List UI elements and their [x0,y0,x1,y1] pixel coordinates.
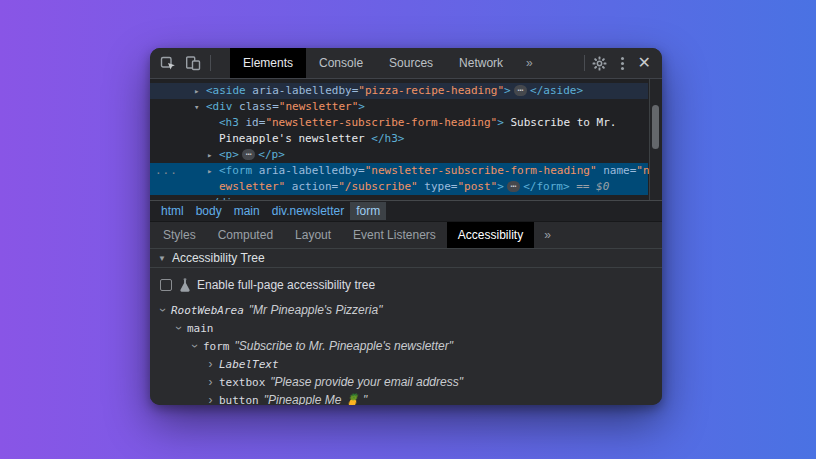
accessibility-tree-title: Accessibility Tree [172,251,265,265]
tab-network[interactable]: Network [446,48,516,78]
code-token-tag: </h3> [371,132,404,145]
node-toggle-arrow-icon[interactable]: ▸ [207,163,219,179]
code-token-value: "newsletter-subscribe-form-heading" [265,116,497,129]
breadcrumb-item-div-newsletter[interactable]: div.newsletter [266,202,350,220]
tab-sources[interactable]: Sources [376,48,446,78]
code-token-value: ewsletter" [219,180,285,193]
toolbar-divider [210,55,211,71]
code-token-attr: name= [597,164,637,177]
dom-node-line[interactable]: ▸<p>⋯</p> [150,147,648,163]
tab-console[interactable]: Console [306,48,376,78]
kebab-menu-icon[interactable] [615,57,631,70]
code-token-attr: aria-labelledby= [252,164,365,177]
ax-node-button[interactable]: ›button"Pineapple Me 🍍 " [150,391,662,405]
close-icon[interactable]: ✕ [638,55,651,71]
dom-node-line[interactable]: ▾<div class="newsletter"> [150,99,648,115]
dom-node-line[interactable]: ▸<aside aria-labelledby="pizza-recipe-he… [150,83,648,99]
ax-node-rootwebarea[interactable]: ›RootWebArea"Mr Pineapple's Pizzeria" [150,301,662,319]
dom-node-line[interactable]: ...▸<form aria-labelledby="newsletter-su… [150,163,648,179]
code-token-text: Pineapple's newsletter [219,132,371,145]
ax-node-role: RootWebArea [171,304,244,317]
enable-full-page-a11y-checkbox[interactable] [160,279,172,291]
tab-elements[interactable]: Elements [230,48,306,78]
ax-node-name: "Subscribe to Mr. Pineapple's newsletter… [235,339,453,353]
devtools-toolbar: ElementsConsoleSourcesNetwork » [150,48,662,79]
more-tabs-button[interactable]: » [516,48,543,78]
node-gutter-ellipsis: ... [155,163,178,179]
ax-toggle-chevron-icon[interactable]: › [156,304,170,317]
code-token-tag: <form [219,164,252,177]
node-toggle-arrow-icon[interactable]: ▸ [194,83,206,99]
dom-node-line[interactable]: Pineapple's newsletter </h3> [150,131,648,147]
sidebar-tab-strip: StylesComputedLayoutEvent ListenersAcces… [150,221,662,248]
ax-toggle-chevron-icon[interactable]: › [188,340,202,353]
ax-toggle-chevron-icon[interactable]: › [204,375,217,389]
devtools-window: ElementsConsoleSourcesNetwork » [150,48,662,405]
code-token-value: "newsletter" [279,100,358,113]
code-token-tag: <p> [219,148,239,161]
accessibility-pane-body: Enable full-page accessibility tree ›Roo… [150,268,662,405]
code-token-attr: id= [239,116,266,129]
code-token-value: "n [636,164,649,177]
tab-accessibility[interactable]: Accessibility [447,222,534,248]
experiment-flask-icon [178,278,191,292]
tab-computed[interactable]: Computed [207,222,284,248]
tab-styles[interactable]: Styles [152,222,207,248]
code-token-value: "post" [457,180,497,193]
code-token-tag: > [358,100,365,113]
dom-node-line[interactable]: </div> [150,195,648,200]
code-token-attr: aria-labelledby= [246,84,359,97]
breadcrumb: htmlbodymaindiv.newsletterform [150,200,662,221]
ax-toggle-chevron-icon[interactable]: › [172,322,186,335]
node-toggle-arrow-icon[interactable]: ▾ [194,99,206,115]
tab-event-listeners[interactable]: Event Listeners [342,222,447,248]
code-token-value: "/subscribe" [338,180,417,193]
breadcrumb-item-main[interactable]: main [228,202,266,220]
dom-node-line[interactable]: ewsletter" action="/subscribe" type="pos… [150,179,648,195]
expand-ellipsis-button[interactable]: ⋯ [242,149,255,160]
code-token-tag: <aside [206,84,246,97]
toolbar-left-icons [150,48,220,78]
inspect-icon[interactable] [160,55,176,71]
scrollbar-track[interactable] [649,79,662,200]
breadcrumb-item-html[interactable]: html [155,202,190,220]
settings-gear-icon[interactable] [592,55,608,71]
ax-node-role: form [203,340,230,353]
ax-toggle-chevron-icon[interactable]: › [204,393,217,405]
ax-node-form[interactable]: ›form"Subscribe to Mr. Pineapple's newsl… [150,337,662,355]
code-token-attr: type= [418,180,458,193]
code-token-attr: class= [233,100,279,113]
ax-node-role: LabelText [219,358,279,371]
code-token-tag: > [497,180,504,193]
expand-ellipsis-button[interactable]: ⋯ [507,181,520,192]
tab-layout[interactable]: Layout [284,222,342,248]
dom-tree-lines: ▸<aside aria-labelledby="pizza-recipe-he… [150,83,648,200]
ax-node-role: textbox [219,376,265,389]
ax-node-name: "Mr Pineapple's Pizzeria" [249,303,383,317]
node-toggle-arrow-icon[interactable]: ▸ [207,147,219,163]
code-token-tag: </aside> [530,84,583,97]
accessibility-tree: ›RootWebArea"Mr Pineapple's Pizzeria"›ma… [150,297,662,405]
ax-node-role: main [187,322,214,335]
code-token-attr: action= [285,180,338,193]
breadcrumb-item-form[interactable]: form [350,202,386,220]
ax-node-textbox[interactable]: ›textbox"Please provide your email addre… [150,373,662,391]
dom-node-line[interactable]: <h3 id="newsletter-subscribe-form-headin… [150,115,648,131]
code-token-tag: </div> [206,196,246,200]
accessibility-tree-section-header[interactable]: ▼ Accessibility Tree [150,248,662,268]
code-token-meta: == $0 [570,180,610,193]
ax-toggle-chevron-icon[interactable]: › [204,357,217,371]
expand-ellipsis-button[interactable]: ⋯ [514,85,527,96]
code-token-value: "pizza-recipe-heading" [358,84,504,97]
enable-full-page-a11y-label: Enable full-page accessibility tree [197,278,375,292]
toolbar-divider-right [584,55,585,71]
ax-node-main[interactable]: ›main [150,319,662,337]
code-token-tag: </p> [258,148,285,161]
ax-node-labeltext[interactable]: ›LabelText [150,355,662,373]
scrollbar-thumb[interactable] [652,105,659,149]
code-token-tag: <h3 [219,116,239,129]
device-toolbar-icon[interactable] [185,55,201,71]
breadcrumb-item-body[interactable]: body [190,202,228,220]
sidebar-more-tabs-button[interactable]: » [534,222,561,248]
dom-tree-pane: ▸<aside aria-labelledby="pizza-recipe-he… [150,79,662,200]
